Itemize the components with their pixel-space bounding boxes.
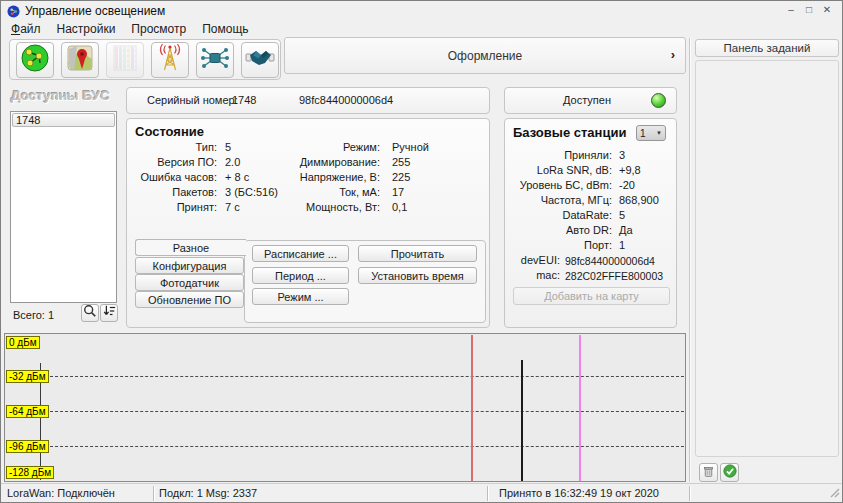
handshake-icon bbox=[245, 43, 275, 77]
status-divider bbox=[487, 486, 488, 501]
menu-view[interactable]: Просмотр bbox=[123, 21, 194, 38]
bus-list[interactable]: 1748 bbox=[10, 111, 117, 303]
state-row-value: 0,1 bbox=[392, 201, 407, 213]
availability-panel: Доступен bbox=[504, 87, 677, 114]
menu-settings[interactable]: Настройки bbox=[49, 21, 124, 38]
search-icon bbox=[83, 304, 97, 322]
sort-descending-icon bbox=[102, 304, 116, 322]
event-marker-red bbox=[471, 335, 473, 481]
menu-bar: Файл Настройки Просмотр Помощь bbox=[1, 21, 842, 38]
check-circle-icon bbox=[723, 464, 737, 482]
network-share-button[interactable] bbox=[16, 42, 54, 78]
status-connections: Подкл: 1 Msg: 2337 bbox=[159, 487, 257, 499]
bs-row-value: 868,900 bbox=[619, 194, 659, 206]
bs-row-value: 98fc8440000006d4 bbox=[565, 255, 655, 267]
state-row-label: Ошибка часов: bbox=[135, 171, 217, 183]
bs-row-value: 3 bbox=[619, 149, 625, 161]
app-window: Управление освещением – □ ✕ Файл Настрой… bbox=[0, 0, 843, 503]
trash-icon bbox=[702, 464, 715, 482]
resize-grip[interactable] bbox=[828, 486, 840, 500]
state-row-value: 255 bbox=[392, 156, 410, 168]
bus-panel-title: Доступны БУС bbox=[11, 88, 110, 103]
map-button[interactable] bbox=[61, 42, 99, 78]
appearance-title: Оформление bbox=[448, 49, 522, 63]
tab-content: Расписание ... Прочитать Период ... Уста… bbox=[244, 240, 486, 323]
bs-row-label: LoRa SNR, dB: bbox=[513, 164, 612, 176]
bs-row-label: Порт: bbox=[513, 239, 612, 251]
panel-separator bbox=[689, 38, 690, 482]
bs-row-label: Уровень БС, dBm: bbox=[513, 179, 612, 191]
mode-button[interactable]: Режим ... bbox=[252, 288, 349, 305]
base-station-selector[interactable]: 1 ▼ bbox=[636, 125, 666, 141]
bs-row-label: Приняли: bbox=[513, 149, 612, 161]
chevron-down-icon: ▼ bbox=[656, 130, 662, 136]
maximize-button[interactable]: □ bbox=[800, 2, 818, 18]
state-row-value: 5 bbox=[225, 141, 231, 153]
y-tick-label: 0 дБм bbox=[6, 336, 40, 349]
base-station-title: Базовые станции bbox=[513, 125, 626, 140]
state-row-label: Мощность, Вт: bbox=[277, 201, 380, 213]
close-button[interactable]: ✕ bbox=[818, 2, 836, 18]
state-row-label: Версия ПО: bbox=[135, 156, 217, 168]
period-button[interactable]: Период ... bbox=[252, 267, 349, 284]
bs-row-value: 5 bbox=[619, 209, 625, 221]
toolbar bbox=[9, 39, 281, 80]
signal-spike bbox=[521, 360, 523, 481]
status-divider bbox=[153, 486, 154, 501]
menu-help[interactable]: Помощь bbox=[194, 21, 256, 38]
selector-value: 1 bbox=[640, 128, 646, 139]
serial-label: Серийный номер: bbox=[147, 94, 238, 106]
tab-photosensor[interactable]: Фотодатчик bbox=[135, 274, 244, 291]
serial-value: 1748 bbox=[232, 94, 256, 106]
tasks-list-area[interactable] bbox=[695, 60, 839, 457]
map-pin-icon bbox=[65, 43, 95, 77]
state-panel: Состояние Тип: 5 Версия ПО: 2.0 Ошибка ч… bbox=[126, 118, 490, 328]
state-row-label: Режим: bbox=[277, 141, 380, 153]
handshake-button[interactable] bbox=[241, 42, 279, 78]
app-icon bbox=[7, 4, 20, 22]
clear-tasks-button[interactable] bbox=[699, 463, 718, 482]
chevron-right-icon[interactable]: › bbox=[671, 47, 675, 62]
y-tick-label: -32 дБм bbox=[6, 370, 49, 383]
appearance-panel-header[interactable]: Оформление › bbox=[284, 37, 686, 74]
status-lorawan: LoraWan: Подключён bbox=[7, 487, 115, 499]
menu-file[interactable]: Файл bbox=[3, 21, 49, 38]
bs-row-label: Частота, МГц: bbox=[513, 194, 612, 206]
data-table-button bbox=[106, 42, 144, 78]
y-tick-label: -96 дБм bbox=[6, 440, 49, 453]
state-row-value: 225 bbox=[392, 171, 410, 183]
antenna-button[interactable] bbox=[151, 42, 189, 78]
serial-panel: Серийный номер: 1748 98fc8440000006d4 bbox=[126, 87, 490, 114]
state-row-label: Принят: bbox=[135, 201, 217, 213]
tab-misc[interactable]: Разное bbox=[135, 239, 246, 256]
network-hub-icon bbox=[200, 43, 230, 77]
tasks-panel-header: Панель заданий bbox=[695, 39, 839, 57]
schedule-button[interactable]: Расписание ... bbox=[252, 245, 349, 262]
tab-firmware-update[interactable]: Обновление ПО bbox=[135, 291, 244, 308]
bs-row-label: mac: bbox=[513, 269, 560, 281]
network-hub-button[interactable] bbox=[196, 42, 234, 78]
network-share-icon bbox=[20, 43, 50, 77]
status-bar: LoraWan: Подключён Подкл: 1 Msg: 2337 Пр… bbox=[1, 483, 842, 502]
tab-configuration[interactable]: Конфигурация bbox=[135, 257, 244, 274]
state-row-value: 7 с bbox=[225, 201, 240, 213]
bs-row-value: +9,8 bbox=[619, 164, 641, 176]
state-panel-title: Состояние bbox=[135, 124, 204, 139]
gridline bbox=[40, 411, 684, 412]
bus-list-item[interactable]: 1748 bbox=[12, 113, 115, 127]
tasks-panel-title: Панель заданий bbox=[724, 42, 811, 54]
availability-label: Доступен bbox=[563, 94, 611, 106]
search-button[interactable] bbox=[81, 304, 99, 322]
antenna-icon bbox=[155, 43, 185, 77]
sort-button[interactable] bbox=[100, 304, 118, 322]
confirm-tasks-button[interactable] bbox=[720, 463, 739, 482]
set-time-button[interactable]: Установить время bbox=[358, 267, 477, 284]
state-row-label: Диммирование: bbox=[277, 156, 380, 168]
read-button[interactable]: Прочитать bbox=[358, 245, 477, 262]
base-station-panel: Базовые станции 1 ▼ Приняли: 3 LoRa SNR,… bbox=[504, 118, 677, 328]
gridline bbox=[40, 446, 684, 447]
data-table-icon bbox=[110, 43, 140, 77]
bs-row-value: -20 bbox=[619, 179, 635, 191]
bs-row-label: devEUI: bbox=[513, 254, 560, 266]
minimize-button[interactable]: – bbox=[782, 2, 800, 18]
